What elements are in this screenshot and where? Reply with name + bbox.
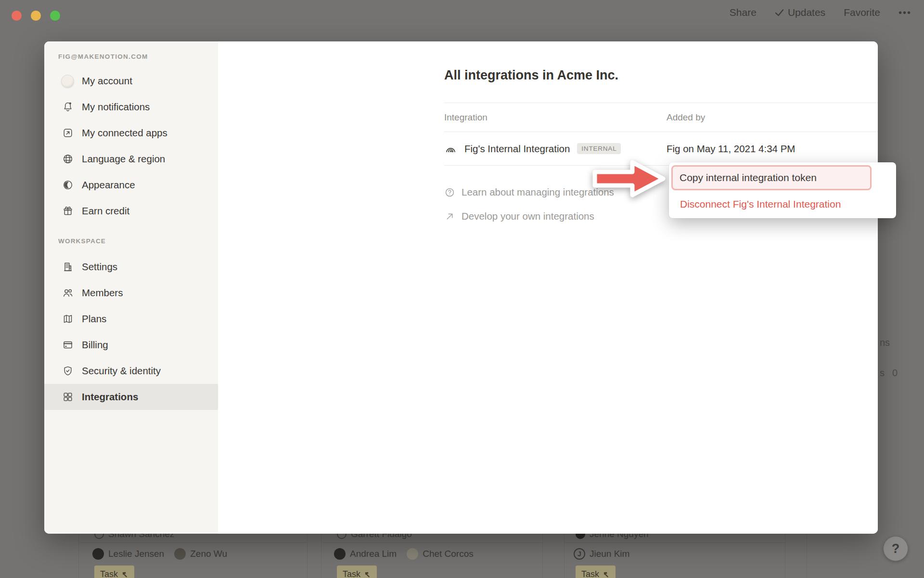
- updates-button[interactable]: Updates: [775, 7, 825, 18]
- topbar: Share Updates Favorite •••: [730, 7, 911, 18]
- card-people: JJieun Kim: [574, 548, 629, 560]
- sidebar-item-billing[interactable]: Billing: [44, 332, 218, 358]
- sidebar-item-language-region[interactable]: Language & region: [44, 146, 218, 172]
- task-chip: Task: [94, 565, 134, 578]
- screen: Share Updates Favorite ••• Shawn Sanchez…: [0, 0, 924, 578]
- develop-integrations-link[interactable]: Develop your own integrations: [444, 204, 614, 228]
- table-header: Integration Added by: [444, 103, 878, 132]
- card-edge: [321, 542, 542, 543]
- arrow-up-right-box-icon: [62, 127, 74, 139]
- avatar: [407, 548, 418, 560]
- clipped-text: ns: [880, 337, 890, 348]
- help-button[interactable]: ?: [883, 536, 908, 561]
- map-icon: [62, 313, 74, 325]
- credit-card-icon: [62, 339, 74, 351]
- minimize-window-button[interactable]: [31, 11, 41, 21]
- window-controls: [12, 11, 60, 21]
- settings-content: All integrations in Acme Inc. Integratio…: [218, 41, 878, 534]
- question-circle-icon: [444, 187, 455, 198]
- workspace-section-label: WORKSPACE: [44, 237, 218, 249]
- sidebar-item-my-account[interactable]: My account: [44, 68, 218, 94]
- avatar: [334, 548, 346, 560]
- sidebar-item-integrations[interactable]: Integrations: [44, 384, 218, 410]
- integrations-table: Integration Added by Fig's Internal Inte…: [444, 103, 878, 166]
- sidebar-item-earn-credit[interactable]: Earn credit: [44, 198, 218, 224]
- zoom-window-button[interactable]: [50, 11, 60, 21]
- hammer-icon: [364, 571, 371, 578]
- task-chip: Task: [576, 565, 616, 578]
- arrow-up-right-icon: [444, 211, 455, 222]
- sidebar-item-plans[interactable]: Plans: [44, 306, 218, 332]
- card-edge: [79, 542, 307, 543]
- favorite-button[interactable]: Favorite: [844, 7, 880, 18]
- hammer-icon: [603, 571, 610, 578]
- copy-internal-token-menu-item[interactable]: Copy internal integration token: [671, 165, 872, 190]
- sidebar-item-security-identity[interactable]: Security & identity: [44, 358, 218, 384]
- sidebar-item-settings[interactable]: Settings: [44, 254, 218, 280]
- account-email-label: FIG@MAKENOTION.COM: [44, 53, 218, 68]
- sidebar-item-my-notifications[interactable]: My notifications: [44, 94, 218, 120]
- card-people: Andrea Lim Chet Corcos: [334, 548, 474, 560]
- close-window-button[interactable]: [12, 11, 22, 21]
- moon-circle-icon: [62, 179, 74, 191]
- sidebar-item-my-connected-apps[interactable]: My connected apps: [44, 120, 218, 146]
- bell-icon: [62, 101, 74, 113]
- hammer-icon: [121, 571, 128, 578]
- avatar: [174, 548, 186, 560]
- settings-modal: FIG@MAKENOTION.COM My account My notific…: [44, 41, 878, 534]
- gift-icon: [62, 205, 74, 217]
- integration-name: Fig's Internal Integration: [464, 143, 570, 155]
- card-people: Leslie Jensen Zeno Wu: [92, 548, 227, 560]
- row-context-menu: Copy internal integration token Disconne…: [669, 162, 896, 218]
- column-header-integration: Integration: [444, 112, 667, 123]
- column-header-added-by: Added by: [667, 112, 705, 123]
- clipped-text: s: [880, 368, 885, 379]
- settings-sidebar: FIG@MAKENOTION.COM My account My notific…: [44, 41, 218, 534]
- user-avatar: [61, 75, 74, 88]
- task-chip: Task: [337, 565, 377, 578]
- help-links: Learn about managing integrations Develo…: [444, 180, 614, 228]
- sidebar-item-members[interactable]: Members: [44, 280, 218, 306]
- internal-badge: INTERNAL: [577, 143, 621, 154]
- integration-logo-icon: [444, 141, 457, 157]
- check-icon: [775, 9, 784, 17]
- more-menu-button[interactable]: •••: [898, 7, 911, 18]
- page-title: All integrations in Acme Inc.: [444, 68, 618, 83]
- sidebar-item-appearance[interactable]: Appearance: [44, 172, 218, 198]
- building-icon: [62, 261, 74, 273]
- shield-check-icon: [62, 365, 74, 377]
- card-edge: [565, 542, 785, 543]
- grid-icon: [62, 391, 74, 403]
- added-by-value: Fig on May 11, 2021 4:34 PM: [667, 143, 795, 155]
- learn-integrations-link[interactable]: Learn about managing integrations: [444, 180, 614, 204]
- red-arrow-annotation: [591, 159, 669, 198]
- avatar: [92, 548, 104, 560]
- globe-icon: [62, 153, 74, 165]
- disconnect-integration-menu-item[interactable]: Disconnect Fig's Internal Integration: [680, 194, 841, 214]
- members-icon: [62, 287, 74, 299]
- avatar-monogram: J: [574, 548, 585, 560]
- clipped-text: 0: [892, 368, 898, 379]
- share-button[interactable]: Share: [730, 7, 757, 18]
